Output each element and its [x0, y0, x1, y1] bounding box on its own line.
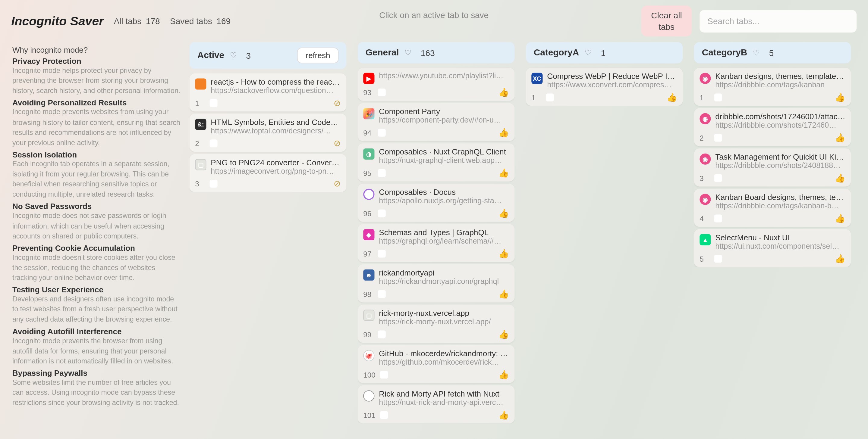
tab-number: 5: [700, 255, 710, 263]
search-input[interactable]: [700, 10, 857, 32]
column-list[interactable]: XCCompress WebP | Reduce WebP Im…https:/…: [526, 66, 683, 106]
thumbs-up-icon[interactable]: 👍: [667, 93, 677, 102]
clear-all-button[interactable]: Clear all tabs: [641, 6, 692, 36]
tab-checkbox[interactable]: [378, 169, 386, 177]
thumbs-up-icon[interactable]: 👍: [498, 289, 509, 299]
favicon-icon: ▲: [700, 234, 711, 245]
tab-checkbox[interactable]: [210, 99, 218, 107]
tab-card[interactable]: 🎉Component Partyhttps://component-party.…: [358, 103, 515, 141]
tab-card[interactable]: ◉Task Management for Quickit UI Kit …htt…: [694, 148, 851, 187]
tab-url: https://www.xconvert.com/compres…: [547, 81, 677, 89]
tab-card[interactable]: ▢PNG to PNG24 converter - Convert P…http…: [190, 154, 347, 192]
thumbs-up-icon[interactable]: 👍: [835, 93, 845, 102]
tab-card[interactable]: XCCompress WebP | Reduce WebP Im…https:/…: [526, 68, 683, 106]
heart-icon[interactable]: ♡: [404, 48, 412, 57]
tab-title: rickandmortyapi: [379, 268, 509, 277]
warn-icon[interactable]: ⊘: [334, 98, 341, 108]
tab-card[interactable]: ▶https://www.youtube.com/playlist?li…93👍: [358, 68, 515, 101]
tab-url: https://rick-morty-nuxt.vercel.app/: [379, 318, 509, 326]
tab-checkbox[interactable]: [380, 371, 388, 378]
thumbs-up-icon[interactable]: 👍: [498, 87, 509, 97]
column-header: CategoryB♡5: [694, 42, 851, 64]
tab-url: https://apollo.nuxtjs.org/getting-sta…: [379, 197, 509, 205]
tab-title: HTML Symbols, Entities and Codes …: [211, 118, 341, 127]
column-count: 3: [246, 50, 251, 60]
sidebar-section-title: Avoiding Autofill Interference: [12, 327, 181, 336]
sidebar-section-body: Incognito mode prevents the browser from…: [12, 336, 181, 366]
thumbs-up-icon[interactable]: 👍: [835, 213, 845, 224]
tab-checkbox[interactable]: [714, 214, 722, 222]
thumbs-up-icon[interactable]: 👍: [498, 249, 509, 259]
tab-title: Task Management for Quickit UI Kit …: [715, 153, 845, 161]
tab-checkbox[interactable]: [210, 180, 218, 188]
tab-checkbox[interactable]: [378, 209, 386, 217]
tab-checkbox[interactable]: [210, 139, 218, 147]
tab-checkbox[interactable]: [378, 250, 386, 258]
columns-container: Active♡3refreshreactjs - How to compress…: [190, 42, 860, 439]
thumbs-up-icon[interactable]: 👍: [498, 370, 509, 380]
heart-icon[interactable]: ♡: [585, 48, 592, 57]
column-title: CategoryB: [702, 47, 747, 58]
tab-title: Kanban designs, themes, templates…: [715, 72, 845, 81]
tab-card[interactable]: ◉dribbble.com/shots/17246001/attac…https…: [694, 108, 851, 146]
warn-icon[interactable]: ⊘: [334, 178, 341, 189]
tab-checkbox[interactable]: [380, 411, 388, 419]
column-count: 1: [601, 48, 606, 58]
thumbs-up-icon[interactable]: 👍: [835, 254, 845, 264]
column-list[interactable]: ▶https://www.youtube.com/playlist?li…93👍…: [358, 66, 515, 424]
tab-card[interactable]: ◉Kanban designs, themes, templates…https…: [694, 68, 851, 106]
tab-card[interactable]: &;HTML Symbols, Entities and Codes …http…: [190, 114, 347, 152]
tab-checkbox[interactable]: [714, 94, 722, 101]
favicon-icon: ◉: [700, 73, 711, 84]
heart-icon[interactable]: ♡: [230, 51, 237, 60]
tab-checkbox[interactable]: [546, 94, 554, 101]
tab-card[interactable]: ◉Rick and Morty API fetch with Nuxthttps…: [358, 385, 515, 423]
thumbs-up-icon[interactable]: 👍: [498, 128, 509, 138]
thumbs-up-icon[interactable]: 👍: [835, 173, 845, 183]
sidebar-section-title: Session Isolation: [12, 150, 181, 159]
thumbs-up-icon[interactable]: 👍: [498, 208, 509, 218]
tab-url: https://stackoverflow.com/question…: [211, 86, 341, 95]
tab-card[interactable]: ▲SelectMenu - Nuxt UIhttps://ui.nuxt.com…: [694, 229, 851, 267]
tab-number: 3: [195, 179, 205, 188]
tab-title: rick-morty-nuxt.vercel.app: [379, 309, 509, 318]
column-header: Active♡3refresh: [190, 42, 347, 69]
sidebar-section-title: Testing User Experience: [12, 285, 181, 294]
thumbs-up-icon[interactable]: 👍: [498, 329, 509, 339]
thumbs-up-icon[interactable]: 👍: [498, 410, 509, 420]
tab-card[interactable]: AComposables · Docushttps://apollo.nuxtj…: [358, 184, 515, 222]
tab-checkbox[interactable]: [378, 129, 386, 137]
favicon-icon: A: [363, 189, 374, 200]
tab-card[interactable]: ☻rickandmortyapihttps://rickandmortyapi.…: [358, 264, 515, 302]
favicon-icon: ◆: [363, 229, 374, 240]
heart-icon[interactable]: ♡: [753, 48, 760, 57]
thumbs-up-icon[interactable]: 👍: [835, 133, 845, 143]
warn-icon[interactable]: ⊘: [334, 138, 341, 148]
favicon-icon: ◉: [700, 194, 711, 205]
tab-title: GitHub - mkocerdev/rickandmorty: …: [379, 349, 509, 358]
tab-url: https://graphql.org/learn/schema/#…: [379, 237, 509, 245]
tab-checkbox[interactable]: [714, 255, 722, 263]
column-list[interactable]: reactjs - How to compress the react …htt…: [190, 71, 347, 192]
tab-number: 96: [363, 209, 373, 218]
tab-number: 101: [363, 411, 375, 419]
tab-card[interactable]: ▢rick-morty-nuxt.vercel.apphttps://rick-…: [358, 305, 515, 343]
favicon-icon: 🐙: [363, 350, 374, 361]
column-list[interactable]: ◉Kanban designs, themes, templates…https…: [694, 66, 851, 267]
tab-card[interactable]: 🐙GitHub - mkocerdev/rickandmorty: …https…: [358, 345, 515, 383]
tab-card[interactable]: reactjs - How to compress the react …htt…: [190, 73, 347, 111]
tab-card[interactable]: ◉Kanban Board designs, themes, tem…https…: [694, 189, 851, 227]
tab-checkbox[interactable]: [378, 89, 386, 96]
tab-checkbox[interactable]: [378, 290, 386, 298]
sidebar-section-body: Incognito mode helps protect your privac…: [12, 66, 181, 96]
tab-checkbox[interactable]: [714, 134, 722, 142]
tab-checkbox[interactable]: [714, 174, 722, 182]
thumbs-up-icon[interactable]: 👍: [498, 168, 509, 178]
favicon-icon: ☻: [363, 269, 374, 281]
tab-title: Rick and Morty API fetch with Nuxt: [379, 389, 509, 398]
tab-card[interactable]: ◆Schemas and Types | GraphQLhttps://grap…: [358, 224, 515, 262]
tab-checkbox[interactable]: [378, 330, 386, 338]
column-header: General♡163: [358, 42, 515, 64]
tab-card[interactable]: ◑Composables · Nuxt GraphQL Clienthttps:…: [358, 143, 515, 181]
refresh-button[interactable]: refresh: [298, 47, 339, 63]
